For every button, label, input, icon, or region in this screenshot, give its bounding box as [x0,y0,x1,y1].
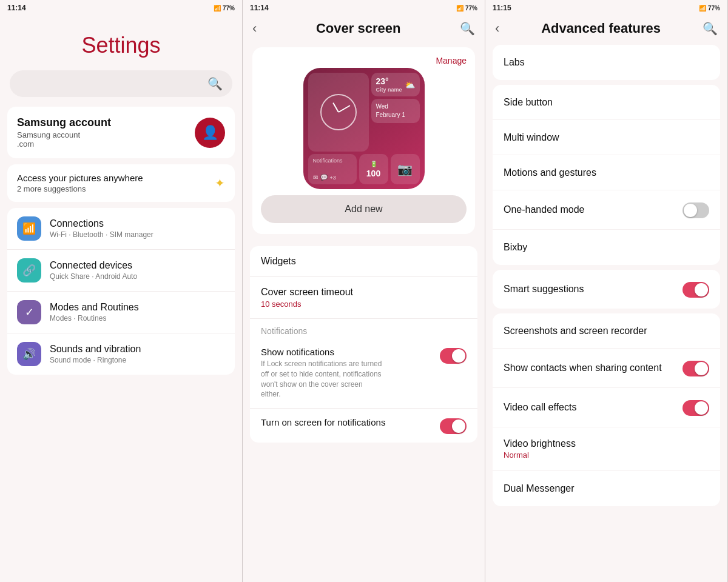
cover-list: Widgets Cover screen timeout 10 seconds … [250,246,477,443]
status-bar-1: 11:14 📶 77% [0,0,242,15]
show-notif-row[interactable]: Show notifications If Lock screen notifi… [250,338,477,409]
show-contacts-toggle[interactable] [682,361,709,376]
watch-top: 23° City name ⛅ Wed February 1 [303,68,425,153]
settings-item-connections[interactable]: 📶 Connections Wi-Fi · Bluetooth · SIM ma… [7,208,235,250]
bixby-title: Bixby [504,242,527,253]
widgets-title: Widgets [261,256,467,267]
search-button-3[interactable]: 🔍 [703,21,718,36]
watch-face: 23° City name ⛅ Wed February 1 Notificat… [303,68,425,189]
date-sub: February 1 [376,111,415,119]
one-handed-toggle[interactable] [682,202,709,218]
camera-widget: 📷 [391,154,420,184]
timeout-item[interactable]: Cover screen timeout 10 seconds [250,277,477,319]
add-new-button[interactable]: Add new [261,195,467,223]
time-1: 11:14 [7,4,26,12]
show-notif-title: Show notifications [261,347,382,357]
panel-cover-screen: 11:14 📶 77% ‹ Cover screen 🔍 Manage [243,0,485,582]
video-brightness-item[interactable]: Video brightness Normal [493,427,720,471]
status-bar-2: 11:14 📶 77% [243,0,485,15]
search-icon: 🔍 [207,76,223,91]
back-button-3[interactable]: ‹ [495,21,499,36]
one-handed-item[interactable]: One-handed mode [493,190,720,230]
suggestion-main: Access your pictures anywhere [17,173,143,183]
status-icons-3: 📶 77% [699,5,720,12]
search-bar[interactable]: 🔍 [10,70,232,97]
screenshots-item[interactable]: Screenshots and screen recorder [493,313,720,349]
weather-widget: 23° City name ⛅ [371,73,420,96]
advanced-topbar: ‹ Advanced features 🔍 [485,15,727,42]
suggestion-card[interactable]: Access your pictures anywhere 2 more sug… [7,164,235,202]
video-brightness-sub: Normal [504,450,576,460]
signal-icon-2: 📶 [456,5,463,12]
watch-clock [308,73,369,152]
settings-item-sounds[interactable]: 🔊 Sounds and vibration Sound mode · Ring… [7,333,235,375]
status-bar-3: 11:15 📶 77% [485,0,727,15]
side-button-item[interactable]: Side button [493,85,720,120]
samsung-account-text: Samsung account Samsung account.com [17,116,111,149]
suggestion-text: Access your pictures anywhere 2 more sug… [17,173,143,193]
mail-icon: ✉ [313,174,318,181]
features-section-2: Screenshots and screen recorder Show con… [493,313,720,506]
motions-item[interactable]: Motions and gestures [493,155,720,190]
labs-section: Labs [493,45,720,80]
show-contacts-title: Show contacts when sharing content [504,363,662,373]
connections-icon: 📶 [17,216,41,241]
dual-messenger-item[interactable]: Dual Messenger [493,471,720,506]
bixby-item[interactable]: Bixby [493,230,720,265]
battery-icon-3: 77% [708,5,720,12]
more-icon: +3 [330,175,336,181]
video-call-item[interactable]: Video call effects [493,388,720,427]
settings-item-modes[interactable]: ✓ Modes and Routines Modes · Routines [7,292,235,333]
smart-suggestions-toggle[interactable] [682,282,709,298]
show-notif-text: Show notifications If Lock screen notifi… [261,347,382,400]
status-icons-1: 📶 77% [214,5,235,12]
clock-face [320,94,357,130]
notif-icons: ✉ 💬 +3 [313,174,352,181]
settings-item-connected-devices[interactable]: 🔗 Connected devices Quick Share · Androi… [7,250,235,292]
multi-window-title: Multi window [504,132,559,143]
turn-on-screen-toggle[interactable] [440,418,467,434]
timeout-title: Cover screen timeout [261,287,467,298]
search-button-2[interactable]: 🔍 [460,21,475,36]
connected-devices-title: Connected devices [50,260,137,271]
panel-settings: 11:14 📶 77% Settings 🔍 Samsung account S… [0,0,243,582]
modes-title: Modes and Routines [50,302,139,313]
avatar-icon: 👤 [202,125,218,141]
connections-sub: Wi-Fi · Bluetooth · SIM manager [50,230,153,239]
show-notif-toggle[interactable] [440,348,467,364]
modes-text: Modes and Routines Modes · Routines [50,302,139,323]
advanced-list: Labs Side button Multi window Motions an… [485,42,727,582]
battery-icon-2: 77% [465,5,477,12]
widgets-item[interactable]: Widgets [250,246,477,277]
samsung-account-card[interactable]: Samsung account Samsung account.com 👤 [7,107,235,158]
smart-suggestions-item[interactable]: Smart suggestions [493,270,720,309]
labs-item[interactable]: Labs [493,45,720,80]
back-button[interactable]: ‹ [252,21,257,36]
status-icons-2: 📶 77% [456,5,477,12]
side-button-title: Side button [504,97,553,108]
modes-sub: Modes · Routines [50,314,139,323]
show-contacts-item[interactable]: Show contacts when sharing content [493,349,720,388]
samsung-account-sub: Samsung account.com [17,130,111,149]
notif-label: Notifications [313,158,352,164]
weather-sub: City name [376,87,402,93]
watch-right: 23° City name ⛅ Wed February 1 [371,73,420,152]
battery-level: 100 [366,169,380,178]
video-brightness-title: Video brightness [504,438,576,449]
modes-icon: ✓ [17,300,41,324]
dual-messenger-title: Dual Messenger [504,483,575,494]
multi-window-item[interactable]: Multi window [493,120,720,155]
connected-devices-icon: 🔗 [17,258,41,283]
turn-on-screen-title: Turn on screen for notifications [261,417,385,427]
time-2: 11:14 [250,4,269,12]
manage-link[interactable]: Manage [436,56,467,65]
timeout-sub: 10 seconds [261,299,467,309]
show-notif-desc: If Lock screen notifications are turned … [261,359,382,400]
signal-icon-3: 📶 [699,5,706,12]
video-call-title: Video call effects [504,402,576,413]
sounds-title: Sounds and vibration [50,344,141,355]
suggestion-sub: 2 more suggestions [17,184,143,193]
turn-on-screen-row[interactable]: Turn on screen for notifications [250,409,477,443]
video-call-toggle[interactable] [682,400,709,416]
avatar: 👤 [195,118,225,148]
